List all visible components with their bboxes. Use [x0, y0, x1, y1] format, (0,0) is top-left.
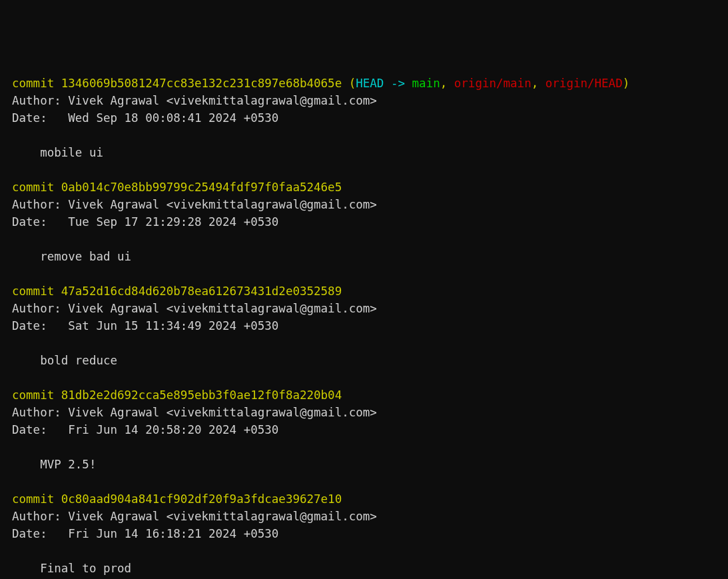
commit-message: Final to prod [12, 562, 131, 575]
commit-date: Date: Fri Jun 14 16:18:21 2024 +0530 [12, 527, 278, 540]
commit-hash: commit 0ab014c70e8bb99799c25494fdf97f0fa… [12, 181, 342, 194]
commit-author: Author: Vivek Agrawal <vivekmittalagrawa… [12, 198, 377, 211]
refs-sep: , [440, 77, 454, 90]
commit-date: Date: Tue Sep 17 21:29:28 2024 +0530 [12, 215, 278, 229]
git-log-output[interactable]: commit 1346069b5081247cc83e132c231c897e6… [12, 75, 716, 579]
refs-open: ( [342, 77, 356, 90]
commit-hash: commit 47a52d16cd84d620b78ea612673431d2e… [12, 285, 342, 298]
refs-sep: , [532, 77, 546, 90]
commit-author: Author: Vivek Agrawal <vivekmittalagrawa… [12, 510, 377, 523]
commit-author: Author: Vivek Agrawal <vivekmittalagrawa… [12, 302, 377, 315]
commit-date: Date: Wed Sep 18 00:08:41 2024 +0530 [12, 111, 278, 125]
commit-message: remove bad ui [12, 250, 131, 263]
commit-hash: commit 81db2e2d692cca5e895ebb3f0ae12f0f8… [12, 388, 342, 402]
commit-hash: commit 1346069b5081247cc83e132c231c897e6… [12, 77, 342, 90]
ref-origin-head: origin/HEAD [546, 77, 623, 90]
commit-author: Author: Vivek Agrawal <vivekmittalagrawa… [12, 406, 377, 419]
commit-hash: commit 0c80aad904a841cf902df20f9a3fdcae3… [12, 492, 342, 506]
ref-main: main [412, 77, 440, 90]
commit-date: Date: Sat Jun 15 11:34:49 2024 +0530 [12, 319, 278, 332]
commit-author: Author: Vivek Agrawal <vivekmittalagrawa… [12, 94, 377, 107]
ref-head: HEAD -> [356, 77, 412, 90]
commit-date: Date: Fri Jun 14 20:58:20 2024 +0530 [12, 423, 278, 436]
ref-origin-main: origin/main [454, 77, 532, 90]
commit-message: mobile ui [12, 146, 103, 159]
commit-message: MVP 2.5! [12, 458, 96, 471]
commit-message: bold reduce [12, 354, 117, 367]
refs-close: ) [623, 77, 630, 90]
